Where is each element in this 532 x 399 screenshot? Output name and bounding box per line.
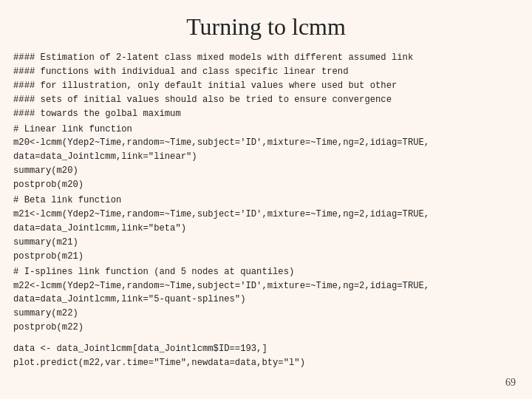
comment-line-5: #### towards the golbal maximum xyxy=(13,107,519,121)
section-isplines: # I-splines link function (and 5 nodes a… xyxy=(13,265,519,335)
bottom-code-block: data <- data_Jointlcmm[data_Jointlcmm$ID… xyxy=(13,342,519,370)
isplines-code-2: data=data_Jointlcmm,link="5-quant-spline… xyxy=(13,293,519,307)
slide-content: #### Estimation of 2-latent class mixed … xyxy=(0,51,532,370)
beta-code-1: m21<-lcmm(Ydep2~Time,random=~Time,subjec… xyxy=(13,208,519,222)
section-beta: # Beta link function m21<-lcmm(Ydep2~Tim… xyxy=(13,194,519,264)
bottom-line-1: data <- data_Jointlcmm[data_Jointlcmm$ID… xyxy=(13,342,519,356)
slide-title: Turning to lcmm xyxy=(0,0,532,51)
linear-code-1: m20<-lcmm(Ydep2~Time,random=~Time,subjec… xyxy=(13,136,519,150)
linear-code-3: summary(m20) xyxy=(13,164,519,178)
page-number: 69 xyxy=(505,377,516,389)
comment-line-4: #### sets of initial values should also … xyxy=(13,93,519,107)
isplines-header: # I-splines link function (and 5 nodes a… xyxy=(13,265,519,279)
comments-block: #### Estimation of 2-latent class mixed … xyxy=(13,51,519,121)
linear-code-4: postprob(m20) xyxy=(13,178,519,192)
isplines-code-1: m22<-lcmm(Ydep2~Time,random=~Time,subjec… xyxy=(13,279,519,293)
comment-line-3: #### for illustration, only default init… xyxy=(13,79,519,93)
beta-code-4: postprob(m21) xyxy=(13,250,519,264)
beta-header: # Beta link function xyxy=(13,194,519,208)
comment-line-1: #### Estimation of 2-latent class mixed … xyxy=(13,51,519,65)
bottom-line-2: plot.predict(m22,var.time="Time",newdata… xyxy=(13,356,519,370)
section-linear: # Linear link function m20<-lcmm(Ydep2~T… xyxy=(13,123,519,193)
isplines-code-3: summary(m22) xyxy=(13,307,519,321)
linear-header: # Linear link function xyxy=(13,123,519,137)
beta-code-3: summary(m21) xyxy=(13,236,519,250)
comment-line-2: #### functions with individual and class… xyxy=(13,65,519,79)
linear-code-2: data=data_Jointlcmm,link="linear") xyxy=(13,150,519,164)
beta-code-2: data=data_Jointlcmm,link="beta") xyxy=(13,222,519,236)
isplines-code-4: postprob(m22) xyxy=(13,321,519,335)
